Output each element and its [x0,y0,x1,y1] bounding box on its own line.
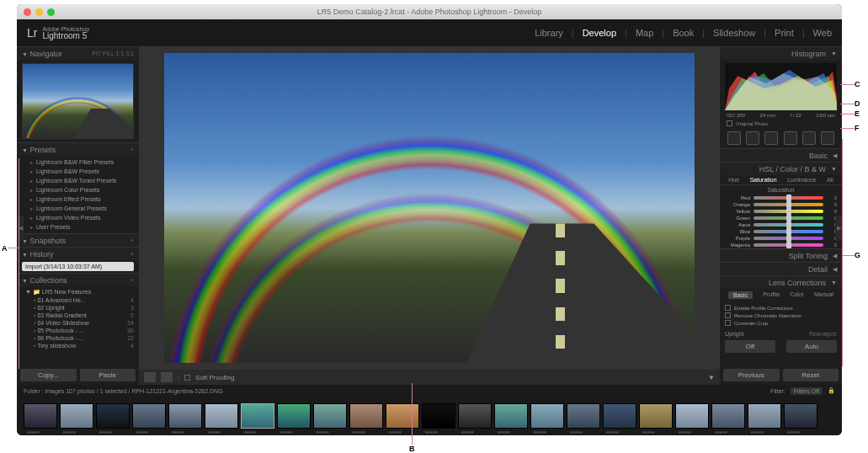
filmstrip-thumb[interactable] [567,403,600,429]
filmstrip-thumb[interactable] [60,403,93,429]
slider-magenta[interactable]: Magenta0 [720,242,842,248]
preset-folder[interactable]: Lightroom General Presets [17,204,139,213]
filmstrip-thumb[interactable] [241,403,274,429]
histogram[interactable] [725,63,837,110]
brush-tool-icon[interactable] [821,131,834,145]
detail-header[interactable]: Detail ◀ [720,262,842,275]
filmstrip-thumb[interactable] [96,403,130,429]
collapse-right-icon[interactable]: ▶ [835,216,842,241]
crop-tool-icon[interactable] [727,131,741,145]
filmstrip-thumb[interactable] [784,403,817,429]
filmstrip-thumb[interactable] [748,403,781,429]
hsl-tab-luminance[interactable]: Luminance [787,177,816,183]
preset-folder[interactable]: Lightroom B&W Presets [17,167,139,176]
lens-check[interactable]: Remove Chromatic Aberration [725,312,837,319]
spot-tool-icon[interactable] [746,131,759,145]
slider-green[interactable]: Green0 [720,215,842,221]
split-toning-header[interactable]: Split Toning ◀ [720,248,842,262]
preset-folder[interactable]: Lightroom Video Presets [17,213,139,222]
add-collection-icon[interactable]: + [130,277,134,283]
module-develop[interactable]: Develop [583,28,616,38]
collection-item[interactable]: ▫ 04 Video Slideshow54 [17,319,139,327]
close-window-icon[interactable] [24,8,31,16]
collection-set[interactable]: ▼ 📁 LR5 New Features [17,288,139,296]
lens-corrections-header[interactable]: Lens Corrections ▼ [720,275,842,289]
filter-lock-icon[interactable]: 🔒 [828,387,835,394]
navigator-modes[interactable]: FIT FILL 1:1 3:1 [93,51,134,56]
lens-check[interactable]: Constrain Crop [725,319,837,327]
collection-item[interactable]: ▫ Tiny slideshow4 [17,342,139,349]
slider-orange[interactable]: Orange0 [720,201,842,208]
collection-item[interactable]: ▫ 06 Photobook - ...22 [17,334,139,342]
filmstrip-thumb[interactable] [349,403,383,429]
lens-tab-basic[interactable]: Basic [728,291,753,299]
module-map[interactable]: Map [636,28,653,38]
filmstrip-thumb[interactable] [386,403,419,429]
module-library[interactable]: Library [535,28,563,38]
preset-folder[interactable]: Lightroom B&W Toned Presets [17,176,139,185]
hsl-header[interactable]: HSL / Color / B & W ▼ [720,162,842,175]
basic-header[interactable]: Basic ◀ [720,148,842,162]
filmstrip-thumb[interactable] [458,403,492,429]
collection-item[interactable]: ▫ 02 Upright3 [17,304,139,312]
lens-check[interactable]: Enable Profile Corrections [725,304,837,312]
filmstrip-thumb[interactable] [603,403,636,429]
hsl-tab-hue[interactable]: Hue [728,177,739,183]
filmstrip-thumb[interactable] [132,403,166,429]
soft-proof-checkbox[interactable] [184,375,190,381]
slider-blue[interactable]: Blue0 [720,228,842,235]
filmstrip-thumb[interactable] [168,403,202,429]
collections-header[interactable]: ▼ Collections + [17,273,139,286]
collection-item[interactable]: ▫ 05 Photobook - ...66 [17,327,139,334]
preset-folder[interactable]: Lightroom B&W Filter Presets [17,157,139,167]
paste-button[interactable]: Paste [80,369,136,381]
filmstrip-thumb[interactable] [675,403,709,429]
module-print[interactable]: Print [775,28,794,38]
clear-history-icon[interactable]: × [130,251,134,257]
filmstrip-thumb[interactable] [711,403,745,429]
hsl-tab-saturation[interactable]: Saturation [750,177,777,183]
history-header[interactable]: ▼ History × [17,247,139,260]
slider-red[interactable]: Red0 [720,195,842,201]
navigator-header[interactable]: ▼ Navigator FIT FILL 1:1 3:1 [17,46,139,60]
module-slideshow[interactable]: Slideshow [713,28,755,38]
preset-folder[interactable]: Lightroom Color Presets [17,185,139,195]
hsl-tab-all[interactable]: All [827,177,833,183]
filmstrip-thumb[interactable] [205,403,238,429]
gradient-tool-icon[interactable] [784,131,797,145]
copy-button[interactable]: Copy... [20,369,77,381]
previous-button[interactable]: Previous [723,369,780,381]
preset-folder[interactable]: Lightroom Effect Presets [17,195,139,204]
lens-tab-manual[interactable]: Manual [814,291,833,299]
slider-aqua[interactable]: Aqua0 [720,221,842,228]
add-preset-icon[interactable]: + [130,147,134,152]
filters-off-button[interactable]: Filters Off [791,387,823,395]
filmstrip-thumb[interactable] [494,403,528,429]
redeye-tool-icon[interactable] [764,131,778,145]
lens-tab-color[interactable]: Color [790,291,804,299]
before-after-icon[interactable] [161,372,173,382]
filmstrip-thumb[interactable] [530,403,564,429]
reanalyze-button[interactable]: Reanalyze [809,331,837,337]
lens-tab-profile[interactable]: Profile [763,291,780,299]
filmstrip-thumb[interactable] [313,403,347,429]
filmstrip-thumb[interactable] [24,403,57,429]
maximize-window-icon[interactable] [47,8,55,16]
module-book[interactable]: Book [673,28,694,38]
filmstrip-thumb[interactable] [639,403,673,429]
slider-purple[interactable]: Purple0 [720,235,842,242]
add-snapshot-icon[interactable]: + [130,237,134,243]
reset-button[interactable]: Reset [783,369,839,381]
snapshots-header[interactable]: ▼ Snapshots + [17,233,139,247]
toolbar-menu-icon[interactable]: ▼ [708,374,715,381]
original-photo-checkbox[interactable] [727,120,732,126]
collection-item[interactable]: ▫ 03 Radial Gradient5 [17,312,139,319]
radial-tool-icon[interactable] [802,131,816,145]
upright-off-button[interactable]: Off [725,340,775,353]
navigator-preview[interactable] [22,63,134,139]
filmstrip-thumb[interactable] [422,403,455,429]
loupe-view-icon[interactable] [144,372,156,382]
module-web[interactable]: Web [813,28,832,38]
histogram-header[interactable]: Histogram ▼ [720,46,842,60]
minimize-window-icon[interactable] [35,8,43,16]
